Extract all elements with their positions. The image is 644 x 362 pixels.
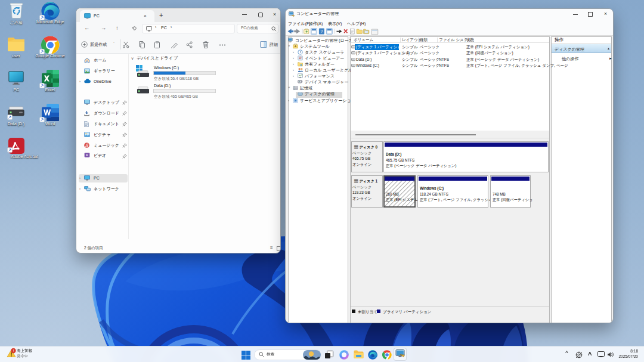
svg-text:?: ?: [320, 29, 323, 34]
